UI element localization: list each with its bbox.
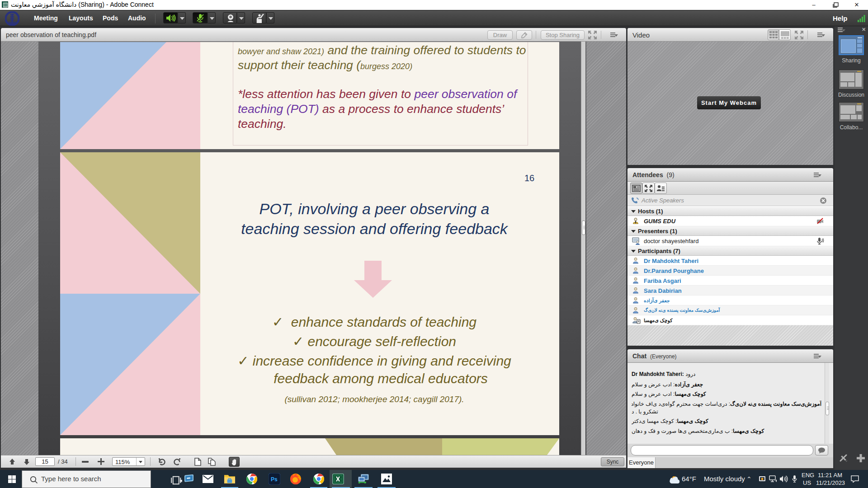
svg-text:Ps: Ps [271,476,278,483]
